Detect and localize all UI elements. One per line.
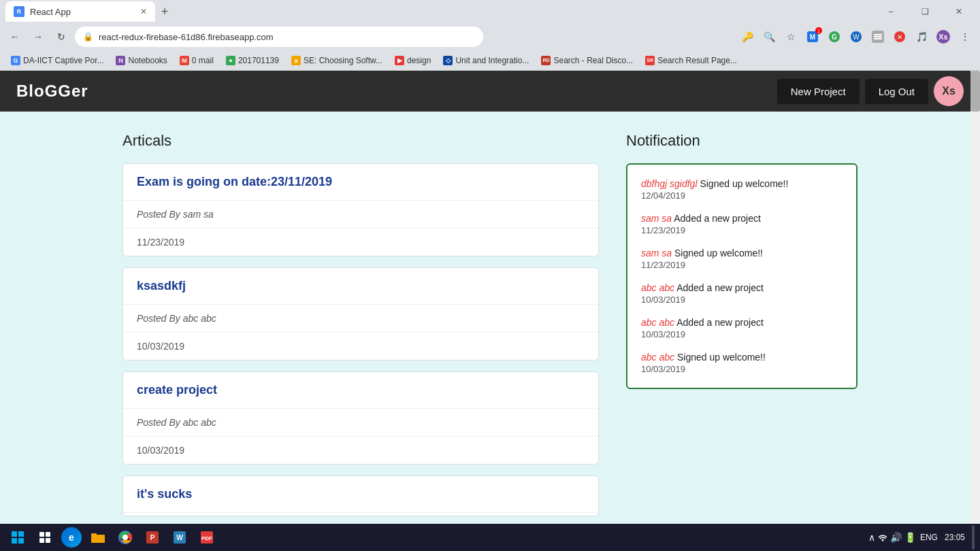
address-bar[interactable]: 🔒 react-redux-firebase-61d86.firebaseapp…	[75, 27, 483, 47]
user-avatar[interactable]: Xs	[934, 76, 964, 106]
extension3-icon[interactable]: W	[847, 27, 866, 46]
star-icon[interactable]: ☆	[781, 27, 800, 46]
key-icon[interactable]: 🔑	[738, 27, 757, 46]
notification-date-1: 12/04/2019	[641, 190, 843, 201]
bookmark-unit[interactable]: ◇ Unit and Integratio...	[438, 54, 534, 67]
notification-date-2: 11/23/2019	[641, 225, 843, 235]
bookmark-favicon: N	[116, 56, 125, 65]
notification-item-1: dbfhgj sgidfgl Signed up welcome!! 12/04…	[641, 178, 843, 201]
bookmark-design[interactable]: ▶ design	[389, 54, 436, 67]
notification-date-5: 10/03/2019	[641, 329, 843, 339]
taskbar-clock[interactable]: 23:05	[942, 532, 968, 544]
svg-text:Xs: Xs	[938, 33, 947, 41]
article-card-1[interactable]: Exam is going on date:23/11/2019 Posted …	[122, 163, 599, 256]
bookmark-favicon: ●	[226, 56, 235, 65]
extension2-icon[interactable]: G	[825, 27, 844, 46]
powerpoint-taskbar-button[interactable]: P	[140, 525, 165, 550]
bookmark-mail[interactable]: M 0 mail	[174, 54, 219, 67]
scrollbar[interactable]	[970, 71, 980, 551]
article-card-2[interactable]: ksasdkfj Posted By abc abc 10/03/2019	[122, 267, 599, 361]
tab-title: React App	[30, 7, 71, 17]
svg-rect-15	[46, 532, 50, 537]
browser-tab[interactable]: R React App ✕	[5, 1, 155, 22]
profile-icon[interactable]: Xs	[934, 27, 953, 46]
start-button[interactable]	[5, 525, 30, 550]
bookmark-se[interactable]: a SE: Choosing Softw...	[286, 54, 388, 67]
bookmark-searchresult[interactable]: SR Search Result Page...	[640, 54, 742, 67]
forward-button[interactable]: →	[29, 27, 48, 46]
notification-action-3: Signed up welcome!!	[672, 248, 763, 258]
edge-taskbar-button[interactable]: e	[61, 527, 82, 548]
window-controls: – ❑ ✕	[875, 1, 975, 22]
article-title-2: ksasdkfj	[123, 268, 598, 305]
new-tab-button[interactable]: +	[155, 2, 174, 21]
taskbar: e P W PDF ∧ 🔊 🔋 ENG	[0, 524, 980, 551]
notification-date-4: 10/03/2019	[641, 295, 843, 305]
system-tray: ∧ 🔊 🔋	[868, 532, 916, 544]
bookmarks-bar: G DA-IICT Captive Por... N Notebooks M 0…	[0, 50, 980, 71]
svg-rect-19	[91, 533, 97, 536]
app-brand: BloGGer	[16, 82, 88, 101]
notification-action-4: Added a new project	[674, 282, 764, 293]
bookmark-id[interactable]: ● 201701139	[220, 54, 284, 67]
notification-user-2: sam sa	[641, 213, 672, 224]
bookmark-favicon: ▶	[395, 56, 404, 65]
bookmark-favicon: SR	[645, 56, 655, 65]
svg-rect-14	[39, 532, 44, 537]
logout-button[interactable]: Log Out	[865, 79, 928, 104]
explorer-taskbar-button[interactable]	[86, 525, 110, 550]
svg-text:W: W	[853, 33, 860, 41]
notification-title: Notification	[626, 132, 858, 150]
new-project-button[interactable]: New Project	[777, 79, 860, 104]
menu-icon[interactable]: ⋮	[956, 27, 975, 46]
article-title-4: it's sucks	[123, 476, 598, 513]
article-author-3: Posted By abc abc	[123, 409, 598, 437]
pdf-taskbar-button[interactable]: PDF	[195, 525, 219, 550]
notification-action-1: Signed up welcome!!	[698, 178, 789, 189]
battery-icon[interactable]: 🔋	[904, 532, 916, 543]
scrollbar-thumb[interactable]	[970, 71, 980, 112]
svg-text:✕: ✕	[897, 33, 902, 41]
refresh-button[interactable]: ↻	[52, 27, 71, 46]
bookmark-da-iict[interactable]: G DA-IICT Captive Por...	[5, 54, 109, 67]
article-date-2: 10/03/2019	[123, 333, 598, 360]
notification-user-5: abc abc	[641, 317, 674, 328]
maximize-button[interactable]: ❑	[909, 1, 941, 22]
chrome-taskbar-button[interactable]	[113, 525, 137, 550]
windows-icon	[12, 531, 24, 544]
search-icon[interactable]: 🔍	[760, 27, 779, 46]
article-author-1: Posted By sam sa	[123, 201, 598, 229]
minimize-button[interactable]: –	[875, 1, 906, 22]
music-icon[interactable]: 🎵	[912, 27, 931, 46]
article-card-3[interactable]: create project Posted By abc abc 10/03/2…	[122, 371, 599, 465]
extension5-icon[interactable]: ✕	[890, 27, 909, 46]
bookmark-realdisco[interactable]: RD Search - Real Disco...	[536, 54, 638, 67]
network-icon[interactable]	[878, 532, 887, 544]
article-title-1: Exam is going on date:23/11/2019	[123, 164, 598, 201]
svg-text:M: M	[810, 33, 815, 41]
notification-item-2: sam sa Added a new project 11/23/2019	[641, 213, 843, 235]
extension1-icon[interactable]: M 1	[803, 27, 822, 46]
articles-title: Articals	[122, 132, 599, 150]
svg-text:P: P	[150, 534, 155, 541]
tab-close-button[interactable]: ✕	[140, 7, 147, 16]
back-button[interactable]: ←	[5, 27, 24, 46]
navbar-actions: New Project Log Out Xs	[777, 76, 964, 106]
article-title-3: create project	[123, 372, 598, 409]
notification-date-6: 10/03/2019	[641, 364, 843, 374]
article-date-3: 10/03/2019	[123, 437, 598, 464]
svg-rect-16	[39, 538, 44, 543]
extension4-icon[interactable]	[868, 27, 887, 46]
show-desktop-button[interactable]	[972, 525, 975, 550]
input-indicator[interactable]: ENG	[920, 533, 938, 542]
svg-text:W: W	[176, 534, 183, 541]
taskview-button[interactable]	[33, 525, 57, 550]
article-card-4[interactable]: it's sucks	[122, 475, 599, 516]
word-taskbar-button[interactable]: W	[167, 525, 192, 550]
volume-icon[interactable]: 🔊	[890, 532, 902, 543]
close-button[interactable]: ✕	[943, 1, 975, 22]
bookmark-notebooks[interactable]: N Notebooks	[110, 54, 172, 67]
notification-box: dbfhgj sgidfgl Signed up welcome!! 12/04…	[626, 163, 858, 389]
bookmark-favicon: G	[11, 56, 20, 65]
up-arrow-icon[interactable]: ∧	[868, 532, 875, 543]
